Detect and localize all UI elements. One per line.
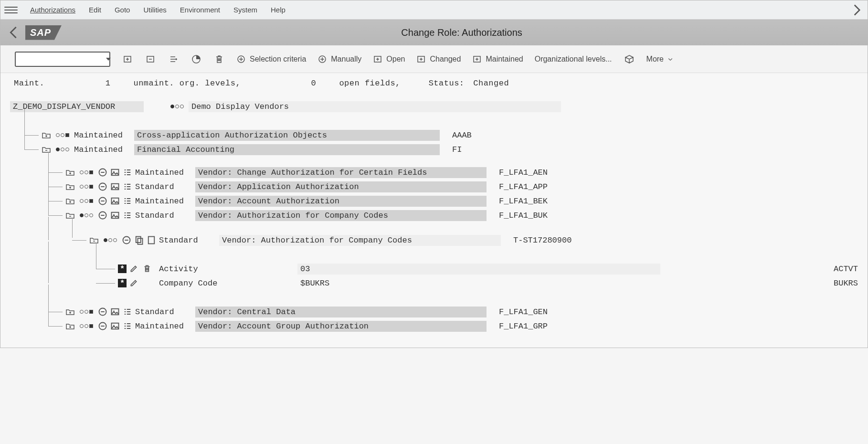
where-used-icon[interactable] — [110, 211, 120, 219]
authorization-row[interactable]: Standard Vendor: Authorization for Compa… — [10, 233, 858, 247]
more-button[interactable]: More — [646, 55, 673, 63]
open-button[interactable]: Open — [373, 54, 405, 64]
edit-icon[interactable] — [129, 279, 138, 287]
object-code: F_LFA1_APP — [489, 182, 548, 191]
org-levels-button[interactable]: Organizational levels... — [535, 55, 612, 63]
delete-icon[interactable] — [213, 53, 225, 65]
object-code: F_LFA1_BEK — [489, 197, 548, 206]
delete-icon[interactable] — [143, 264, 151, 273]
class-status: Maintained — [74, 131, 131, 140]
folder-collapsed-icon[interactable] — [65, 183, 75, 190]
collapse-icon[interactable] — [145, 53, 156, 65]
deactivate-icon[interactable] — [98, 308, 107, 316]
folder-expanded-icon[interactable] — [89, 236, 99, 244]
selection-criteria-button[interactable]: Selection criteria — [236, 54, 306, 64]
auth-description: Vendor: Authorization for Company Codes — [219, 235, 501, 246]
field-label: Activity — [156, 264, 295, 274]
traffic-light-icon — [80, 324, 93, 328]
dropdown-icon[interactable] — [106, 58, 111, 61]
add-list-icon[interactable] — [168, 53, 179, 65]
auth-object-row[interactable]: Standard Vendor: Central Data F_LFA1_GEN — [10, 305, 858, 319]
menu-help[interactable]: Help — [265, 3, 291, 17]
chevron-right-icon[interactable] — [850, 3, 864, 17]
folder-expanded-icon[interactable] — [65, 211, 75, 219]
command-input[interactable] — [19, 55, 104, 63]
required-field-icon: * — [118, 279, 127, 287]
where-used-icon[interactable] — [110, 197, 120, 205]
folder-collapsed-icon[interactable] — [42, 131, 51, 139]
deactivate-icon[interactable] — [98, 211, 107, 219]
menu-edit[interactable]: Edit — [83, 3, 107, 17]
deactivate-icon[interactable] — [98, 169, 107, 176]
hamburger-menu-icon[interactable] — [4, 3, 18, 17]
object-description: Vendor: Authorization for Company Codes — [195, 210, 487, 221]
class-code: FI — [443, 145, 462, 154]
changed-button[interactable]: Changed — [416, 54, 461, 64]
copy-icon[interactable] — [134, 236, 144, 244]
field-list-icon[interactable] — [123, 211, 132, 219]
folder-collapsed-icon[interactable] — [65, 322, 75, 330]
traffic-light-icon — [104, 238, 117, 242]
object-status: Standard — [135, 182, 192, 191]
where-used-icon[interactable] — [110, 308, 120, 316]
auth-object-row[interactable]: Standard Vendor: Authorization for Compa… — [10, 208, 858, 222]
field-value[interactable]: $BUKRS — [297, 278, 660, 289]
deactivate-icon[interactable] — [98, 183, 107, 190]
deactivate-icon[interactable] — [122, 236, 131, 244]
object-code: F_LFA1_GEN — [489, 307, 548, 317]
document-icon[interactable] — [147, 236, 156, 244]
field-list-icon[interactable] — [123, 197, 132, 205]
auth-field-row[interactable]: * Company Code $BUKRS BUKRS — [10, 276, 858, 290]
command-field[interactable] — [15, 52, 110, 67]
maintained-label: Maintained — [486, 55, 523, 63]
menu-authorizations[interactable]: Authorizations — [24, 3, 81, 17]
object-description: Vendor: Central Data — [195, 307, 487, 317]
auth-object-row[interactable]: Maintained Vendor: Account Group Authori… — [10, 319, 858, 333]
maint-label: Maint. — [14, 79, 44, 88]
menu-system[interactable]: System — [228, 3, 263, 17]
menu-utilities[interactable]: Utilities — [138, 3, 172, 17]
svg-rect-12 — [112, 184, 119, 190]
where-used-icon[interactable] — [110, 169, 120, 176]
folder-collapsed-icon[interactable] — [65, 169, 75, 176]
menu-goto[interactable]: Goto — [109, 3, 136, 17]
folder-collapsed-icon[interactable] — [65, 308, 75, 316]
object-status: Maintained — [135, 197, 192, 206]
field-list-icon[interactable] — [123, 308, 132, 316]
deactivate-icon[interactable] — [98, 322, 107, 330]
back-button[interactable] — [6, 25, 21, 40]
field-value[interactable]: 03 — [297, 264, 660, 275]
field-list-icon[interactable] — [123, 169, 132, 176]
class-description: Financial Accounting — [134, 144, 440, 155]
auth-object-row[interactable]: Standard Vendor: Application Authorizati… — [10, 180, 858, 194]
field-list-icon[interactable] — [123, 322, 132, 330]
object-code: F_LFA1_AEN — [489, 168, 548, 177]
manually-button[interactable]: Manually — [318, 54, 361, 64]
folder-collapsed-icon[interactable] — [65, 197, 75, 205]
edit-icon[interactable] — [129, 264, 138, 273]
traffic-light-icon — [56, 133, 69, 137]
cube-icon[interactable] — [624, 53, 635, 65]
folder-expanded-icon[interactable] — [42, 146, 51, 153]
maintained-button[interactable]: Maintained — [472, 54, 523, 64]
role-root-row[interactable]: Z_DEMO_DISPLAY_VENDOR Demo Display Vendo… — [10, 99, 858, 114]
deactivate-icon[interactable] — [98, 197, 107, 205]
field-list-icon[interactable] — [123, 183, 132, 190]
auth-field-row[interactable]: * Activity 03 ACTVT — [10, 262, 858, 276]
field-technical-name: BUKRS — [834, 279, 858, 288]
auth-object-row[interactable]: Maintained Vendor: Account Authorization… — [10, 194, 858, 208]
auth-class-row[interactable]: Maintained Cross-application Authorizati… — [10, 128, 858, 142]
status-value: Changed — [473, 79, 509, 88]
auth-object-row[interactable]: Maintained Vendor: Change Authorization … — [10, 165, 858, 180]
menu-environment[interactable]: Environment — [174, 3, 226, 17]
expand-icon[interactable] — [122, 53, 133, 65]
where-used-icon[interactable] — [110, 183, 120, 190]
titlebar: SAP Change Role: Authorizations — [0, 20, 868, 45]
field-label: Company Code — [156, 279, 295, 288]
status-line: Maint. 1 unmaint. org. levels, 0 open fi… — [0, 73, 868, 90]
authorization-tree: Z_DEMO_DISPLAY_VENDOR Demo Display Vendo… — [0, 90, 868, 348]
selection-criteria-label: Selection criteria — [250, 55, 306, 63]
where-used-icon[interactable] — [110, 322, 120, 330]
legend-icon[interactable] — [191, 53, 202, 65]
auth-class-row[interactable]: Maintained Financial Accounting FI — [10, 142, 858, 157]
